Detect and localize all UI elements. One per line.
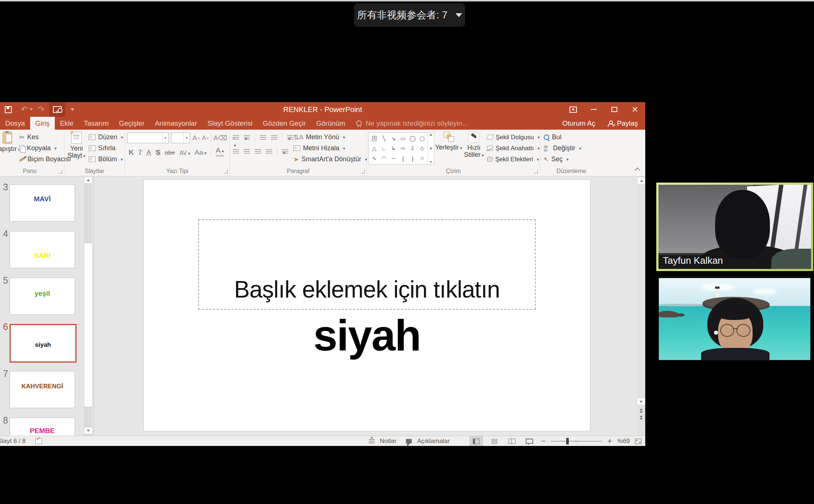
align-text-button[interactable]: Metni Hizala [293, 144, 367, 153]
zoom-in-button[interactable]: + [607, 438, 612, 444]
arrange-button[interactable]: Yerleştir [436, 130, 461, 167]
tab-home[interactable]: Giriş [30, 117, 55, 130]
font-size-caret[interactable] [183, 133, 190, 143]
ribbon-display-options-button[interactable] [563, 102, 583, 117]
shape-scribble-icon[interactable]: ∿ [372, 155, 377, 162]
clear-formatting-button[interactable]: A⌫ [214, 134, 227, 142]
tab-slideshow[interactable]: Slayt Gösterisi [202, 117, 257, 130]
shape-left-brace-icon[interactable]: { [402, 155, 404, 162]
slide-thumbnail-3[interactable]: MAVİ [10, 184, 75, 222]
slide-thumbnail-8[interactable]: PEMBE [10, 418, 75, 436]
tab-transitions[interactable]: Geçişler [114, 117, 150, 130]
shape-elbow-arrow-icon[interactable]: ↳ [391, 145, 396, 152]
format-painter-button[interactable]: Biçim Boyacısı [19, 155, 71, 164]
scroll-up-button[interactable] [84, 176, 93, 184]
align-left-button[interactable] [233, 149, 239, 154]
layout-button[interactable]: Düzen [89, 133, 123, 142]
title-placeholder[interactable]: Başlık eklemek için tıklatın [198, 219, 536, 310]
notes-edit-icon[interactable] [35, 438, 42, 444]
shapes-gallery-scrollbar[interactable] [428, 133, 434, 164]
scrollbar-thumb[interactable] [84, 243, 93, 407]
grow-font-button[interactable]: A [192, 134, 197, 142]
save-button[interactable] [0, 102, 16, 117]
tab-insert[interactable]: Ekle [55, 117, 79, 130]
scroll-down-button[interactable] [637, 398, 645, 405]
shapes-gallery[interactable]: A ╲ ↘ ▭ ◯ ▢ △ ∟ ↳ ⇨ ⇩ ◇ ∿ [368, 132, 434, 165]
shape-fill-button[interactable]: Şekil Dolgusu [487, 133, 540, 142]
change-case-button[interactable]: Aa [194, 148, 206, 156]
slide-thumbnail-6-selected[interactable]: siyah [10, 324, 76, 363]
replace-button[interactable]: ab ac Değiştir [544, 144, 603, 153]
tab-animations[interactable]: Animasyonlar [150, 117, 202, 130]
shape-right-arrow-icon[interactable]: ⇨ [401, 145, 406, 152]
slide-sorter-view-button[interactable] [488, 437, 500, 446]
line-spacing-button[interactable] [287, 135, 293, 140]
shape-arc-icon[interactable]: ◠ [382, 155, 386, 162]
tab-view[interactable]: Görünüm [311, 117, 350, 130]
normal-view-button[interactable] [470, 436, 483, 446]
collapse-ribbon-button[interactable] [635, 168, 640, 173]
sign-in-link[interactable]: Oturum Aç [562, 119, 595, 127]
convert-smartart-button[interactable]: ➤ SmartArt'a Dönüştür [293, 155, 367, 164]
bullets-button[interactable] [233, 135, 239, 140]
find-button[interactable]: Bul [544, 133, 603, 142]
shape-right-brace-icon[interactable]: } [412, 155, 414, 162]
tab-review[interactable]: Gözden Geçir [258, 117, 311, 130]
customize-qat-caret[interactable] [71, 108, 74, 111]
slide-thumbnail-7[interactable]: KAHVERENGİ [10, 371, 75, 408]
font-name-caret[interactable] [162, 133, 168, 143]
clipboard-dialog-launcher[interactable] [58, 170, 62, 173]
shape-arrow-icon[interactable]: ↘ [391, 135, 396, 142]
shape-rounded-rect-icon[interactable]: ▢ [420, 135, 425, 142]
undo-dropdown-caret[interactable] [29, 108, 33, 111]
shape-star-icon[interactable]: ☆ [420, 155, 424, 162]
justify-button[interactable] [266, 149, 272, 154]
redo-button[interactable]: ↷ [33, 102, 49, 117]
shape-down-arrow-icon[interactable]: ⇩ [410, 145, 415, 152]
font-size-combo[interactable] [171, 133, 190, 143]
drawing-dialog-launcher[interactable] [534, 170, 538, 173]
shape-outline-button[interactable]: Şekil Anahattı [487, 144, 540, 153]
character-spacing-button[interactable]: AV [179, 150, 190, 156]
shape-curve-icon[interactable]: ∼ [391, 155, 396, 162]
zoom-slider-thumb[interactable] [566, 438, 569, 444]
close-button[interactable]: × [625, 102, 645, 117]
decrease-indent-button[interactable] [260, 135, 266, 140]
minimize-button[interactable] [583, 102, 604, 117]
font-name-combo[interactable] [127, 133, 169, 143]
reset-button[interactable]: Sıfırla [89, 144, 123, 153]
copy-button[interactable]: Kopyala [19, 144, 71, 153]
shape-line-icon[interactable]: ╲ [382, 135, 386, 142]
shape-rectangle-icon[interactable]: ▭ [400, 135, 406, 142]
shape-elbow-icon[interactable]: ∟ [381, 145, 387, 151]
font-color-button[interactable]: A [216, 147, 224, 156]
scroll-up-button[interactable] [637, 177, 645, 184]
share-button[interactable]: Paylaş [608, 119, 638, 127]
text-shadow-button[interactable]: S [156, 148, 160, 156]
slide-body-text[interactable]: siyah [144, 310, 590, 360]
video-tile-active-speaker[interactable]: Tayfun Kalkan [656, 183, 813, 271]
text-direction-button[interactable]: ⇅A Metin Yönü [293, 133, 367, 142]
thumbnail-panel-scrollbar[interactable] [84, 176, 92, 436]
comments-toggle[interactable]: Açıklamalar [417, 438, 450, 445]
zoom-level[interactable]: %69 [617, 438, 630, 445]
new-slide-button[interactable]: Yeni Slayt [64, 130, 89, 167]
shape-oval-icon[interactable]: ◯ [410, 135, 416, 142]
align-right-button[interactable] [255, 149, 261, 154]
zoom-out-button[interactable]: − [541, 438, 546, 444]
shape-triangle-icon[interactable]: △ [372, 145, 376, 152]
section-button[interactable]: Bölüm [89, 155, 123, 164]
select-button[interactable]: ↖ Seç [544, 155, 603, 164]
slide-thumbnail-4[interactable]: SARI [10, 231, 75, 268]
paste-button[interactable]: Yapıştır [0, 130, 19, 167]
underline-button[interactable]: A [146, 148, 151, 156]
align-center-button[interactable] [244, 149, 250, 154]
shape-textbox-icon[interactable]: A [372, 136, 377, 141]
cut-button[interactable]: ✂ Kes [19, 133, 71, 142]
shape-freeform-icon[interactable]: ◇ [420, 145, 424, 152]
strikethrough-button[interactable]: abe [165, 149, 175, 156]
columns-button[interactable] [282, 149, 288, 154]
slide-thumbnail-5[interactable]: yeşil [10, 278, 75, 315]
tell-me-box[interactable]: Ne yapmak istediğinizi söyleyin... [356, 117, 468, 130]
bold-button[interactable]: K [129, 148, 134, 156]
